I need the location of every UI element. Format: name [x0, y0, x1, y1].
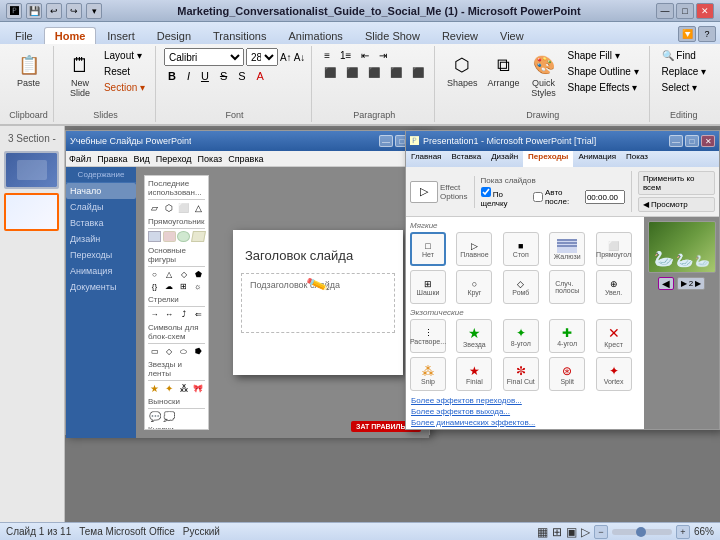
tab-view[interactable]: View	[489, 27, 535, 44]
decrease-indent[interactable]: ⇤	[357, 48, 373, 63]
replace-button[interactable]: Replace ▾	[658, 64, 710, 79]
shape-item[interactable]: {}	[148, 281, 161, 292]
shape-fill-button[interactable]: Shape Fill ▾	[564, 48, 643, 63]
font-color-button[interactable]: A	[253, 68, 268, 84]
trans-cut[interactable]: ▷Плавное	[456, 232, 492, 266]
auto-after-checkbox[interactable]	[533, 192, 543, 202]
tut-nav-insert[interactable]: Вставка	[66, 215, 136, 231]
shape-item[interactable]: 🎀	[192, 383, 205, 394]
ribbon-help[interactable]: ?	[698, 26, 716, 42]
shape-item[interactable]: ◇	[177, 269, 190, 280]
shape-item[interactable]: ⤴	[177, 309, 190, 320]
trans-tab-home[interactable]: Главная	[406, 151, 446, 167]
shape-outline-button[interactable]: Shape Outline ▾	[564, 64, 643, 79]
next-slide-btn[interactable]: ▶ 2 ▶	[677, 277, 706, 290]
numbering-button[interactable]: 1≡	[336, 48, 355, 63]
trans-dissolve[interactable]: ⋮Растворе...	[410, 319, 446, 353]
quick-save[interactable]: 💾	[26, 3, 42, 19]
trans-close[interactable]: ✕	[701, 135, 715, 147]
justify[interactable]: ⬛	[386, 65, 406, 80]
tab-transitions[interactable]: Transitions	[202, 27, 277, 44]
zoom-out[interactable]: −	[594, 525, 608, 539]
trans-randombar[interactable]: Случ.полосы	[549, 270, 585, 304]
shape-item[interactable]: ○	[148, 269, 161, 280]
view-slide-sorter[interactable]: ⊞	[552, 525, 562, 539]
shape-item[interactable]: ⬡	[163, 202, 176, 213]
shape-item[interactable]: ⬜	[177, 202, 190, 213]
bold-button[interactable]: B	[164, 68, 180, 84]
italic-button[interactable]: I	[183, 68, 194, 84]
tut-menu-show[interactable]: Показ	[198, 154, 223, 164]
shape-item[interactable]: ◇	[163, 346, 176, 357]
trans-wedge[interactable]: ✼Final Cut	[503, 357, 539, 391]
shape-item[interactable]: △	[192, 202, 205, 213]
trans-tab-anim[interactable]: Анимация	[573, 151, 621, 167]
shape-item[interactable]: ☼	[192, 281, 205, 292]
tut-menu-nav[interactable]: Переход	[156, 154, 192, 164]
find-button[interactable]: 🔍 Find	[658, 48, 710, 63]
preview-button[interactable]: ◀ Просмотр	[638, 197, 715, 212]
trans-4star[interactable]: ✚4-угол	[549, 319, 585, 353]
trans-zoom[interactable]: ⊕Увел.	[596, 270, 632, 304]
ribbon-minimize[interactable]: 🔽	[678, 26, 696, 42]
shape-item[interactable]: ⭓	[192, 346, 205, 357]
tut-nav-trans[interactable]: Переходы	[66, 247, 136, 263]
trans-circle[interactable]: ○Круг	[456, 270, 492, 304]
shape-item[interactable]	[191, 231, 206, 242]
shape-item[interactable]	[177, 231, 190, 242]
shape-item[interactable]: ⬟	[192, 269, 205, 280]
tut-nav-slides[interactable]: Слайды	[66, 199, 136, 215]
trans-max[interactable]: □	[685, 135, 699, 147]
tut-menu-help[interactable]: Справка	[228, 154, 263, 164]
tut-nav-docs[interactable]: Документы	[66, 279, 136, 295]
tut-menu-edit[interactable]: Правка	[97, 154, 127, 164]
quick-extra[interactable]: ▾	[86, 3, 102, 19]
shape-item[interactable]: ▭	[148, 346, 161, 357]
trans-effect-btn[interactable]: ▷	[410, 181, 438, 203]
quick-redo[interactable]: ↪	[66, 3, 82, 19]
slide-thumb-2[interactable]: 2	[4, 193, 59, 231]
trans-6star[interactable]: ⁂Snip	[410, 357, 446, 391]
increase-font[interactable]: A↑	[280, 52, 292, 63]
new-slide-button[interactable]: 🗒 NewSlide	[62, 48, 98, 102]
trans-strips[interactable]: ✦Vortex	[596, 357, 632, 391]
decrease-font[interactable]: A↓	[294, 52, 306, 63]
text-shadow-button[interactable]: S	[234, 68, 249, 84]
increase-indent[interactable]: ⇥	[375, 48, 391, 63]
shape-item[interactable]	[148, 231, 161, 242]
trans-tab-show[interactable]: Показ	[621, 151, 653, 167]
tut-nav-design[interactable]: Дизайн	[66, 231, 136, 247]
shape-item[interactable]: ⁂	[177, 383, 190, 394]
align-left[interactable]: ⬛	[320, 65, 340, 80]
layout-button[interactable]: Layout ▾	[100, 48, 149, 63]
align-right[interactable]: ⬛	[364, 65, 384, 80]
tab-slideshow[interactable]: Slide Show	[354, 27, 431, 44]
underline-button[interactable]: U	[197, 68, 213, 84]
slide-thumb-1[interactable]: 1	[4, 151, 59, 189]
trans-tab-transitions[interactable]: Переходы	[523, 151, 573, 167]
trans-flash[interactable]: ■Стоп	[503, 232, 539, 266]
on-click-checkbox[interactable]	[481, 187, 491, 197]
trans-8star[interactable]: ✦8-угол	[503, 319, 539, 353]
trans-none[interactable]: □Нет	[410, 232, 446, 266]
shape-effects-button[interactable]: Shape Effects ▾	[564, 80, 643, 95]
arrange-button[interactable]: ⧉ Arrange	[484, 48, 524, 92]
select-button[interactable]: Select ▾	[658, 80, 710, 95]
font-size-select[interactable]: 28	[246, 48, 278, 66]
trans-plus[interactable]: ✕Крест	[596, 319, 632, 353]
quick-undo[interactable]: ↩	[46, 3, 62, 19]
trans-box[interactable]: ⬜Прямоугол	[596, 232, 632, 266]
zoom-in[interactable]: +	[676, 525, 690, 539]
strikethrough-button[interactable]: S	[216, 68, 231, 84]
view-slideshow[interactable]: ▷	[581, 525, 590, 539]
tab-file[interactable]: File	[4, 27, 44, 44]
trans-tab-design[interactable]: Дизайн	[486, 151, 523, 167]
shape-item[interactable]: 💭	[163, 411, 176, 422]
tab-review[interactable]: Review	[431, 27, 489, 44]
shape-item[interactable]	[163, 231, 176, 242]
trans-diamond[interactable]: ◇Ромб	[503, 270, 539, 304]
shapes-button[interactable]: ⬡ Shapes	[443, 48, 482, 92]
tut-nav-начало[interactable]: Начало	[66, 183, 136, 199]
font-family-select[interactable]: Calibri	[164, 48, 244, 66]
trans-split[interactable]: ⊛Split	[549, 357, 585, 391]
